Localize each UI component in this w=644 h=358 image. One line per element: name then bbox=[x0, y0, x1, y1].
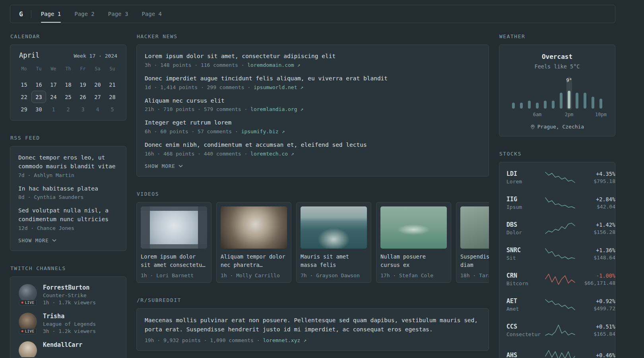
stock-value-block: +0.46% bbox=[579, 352, 615, 358]
video-card[interactable]: Suspendisse porta diam18h · Tara bbox=[456, 202, 489, 283]
video-title: Aliquam tempor dolor nec pharetra… bbox=[221, 253, 287, 269]
calendar-day: 1 bbox=[46, 103, 61, 115]
stock-price: $42.04 bbox=[579, 204, 615, 210]
stock-sparkline-wrap bbox=[545, 197, 576, 209]
tab-page-4[interactable]: Page 4 bbox=[142, 5, 162, 23]
tab-page-1[interactable]: Page 1 bbox=[41, 5, 61, 23]
rss-widget: RSS FEED Donec tempor eros leo, ut commo… bbox=[10, 135, 126, 251]
hackernews-item-title[interactable]: Integer eget rutrum lorem bbox=[145, 119, 481, 127]
hackernews-card: Lorem ipsum dolor sit amet, consectetur … bbox=[136, 45, 489, 177]
stock-value-block: -1.00%$66,171.48 bbox=[579, 272, 615, 286]
rss-item-title[interactable]: Donec tempor eros leo, ut commodo mauris… bbox=[18, 154, 118, 171]
calendar-day: 25 bbox=[61, 91, 76, 103]
hackernews-item-title[interactable]: Lorem ipsum dolor sit amet, consectetur … bbox=[145, 52, 481, 61]
hackernews-item-domain-link[interactable]: loremlandia.org ↗ bbox=[250, 106, 303, 112]
twitch-channel-item[interactable]: LIVEKendallCarr bbox=[18, 341, 118, 358]
stock-sparkline-wrap bbox=[545, 248, 576, 260]
stock-sparkline bbox=[545, 248, 576, 260]
live-badge: LIVE bbox=[19, 329, 37, 334]
videos-scroll-row[interactable]: Lorem ipsum dolor sit amet consectetu…1h… bbox=[136, 202, 489, 283]
calendar-day-header: Th bbox=[61, 63, 76, 74]
hackernews-item-title[interactable]: Donec enim nibh, condimentum et accumsan… bbox=[145, 141, 481, 150]
twitch-channel-meta: 3h · 1.2k viewers bbox=[43, 328, 96, 334]
hackernews-item-domain-link[interactable]: ipsumworld.net ↗ bbox=[254, 84, 303, 90]
twitch-widget: TWITCH CHANNELS LIVEForrestBurtonCounter… bbox=[10, 265, 126, 358]
calendar-month: April bbox=[19, 51, 39, 59]
calendar-day: 29 bbox=[17, 103, 31, 115]
twitch-channel-game: League of Legends bbox=[43, 321, 96, 327]
subreddit-post-title[interactable]: Maecenas mollis pulvinar erat non posuer… bbox=[145, 316, 481, 334]
hackernews-widget: HACKER NEWS Lorem ipsum dolor sit amet, … bbox=[136, 33, 489, 177]
stock-symbol: CCS bbox=[506, 323, 541, 330]
calendar-card: April Week 17 · 2024 MoTuWeThFrSaSu 1516… bbox=[10, 45, 126, 121]
hackernews-item-domain-link[interactable]: loremtech.co ↗ bbox=[250, 151, 294, 157]
stock-row: DBSDolor+1.42%$156.28 bbox=[506, 216, 608, 241]
rss-item-meta: 8d · Cynthia Saunders bbox=[18, 194, 118, 200]
calendar-day-header: Fr bbox=[76, 63, 90, 74]
video-card[interactable]: Nullam posuere cursus ex17h · Stefan Col… bbox=[376, 202, 451, 283]
stock-sparkline-wrap bbox=[545, 324, 576, 336]
hackernews-show-more-button[interactable]: SHOW MORE bbox=[145, 163, 481, 169]
weather-bar bbox=[592, 97, 594, 109]
calendar-header: April Week 17 · 2024 bbox=[17, 51, 120, 59]
calendar-day: 20 bbox=[90, 78, 105, 91]
twitch-card: LIVEForrestBurtonCounter-Strike1h · 1.7k… bbox=[10, 276, 126, 358]
stock-symbol: CRN bbox=[506, 272, 541, 279]
hackernews-item-domain-link[interactable]: ipsumify.biz ↗ bbox=[241, 128, 285, 134]
stock-sparkline-wrap bbox=[545, 273, 576, 285]
twitch-avatar-wrap: LIVE bbox=[18, 313, 37, 334]
twitch-channel-item[interactable]: LIVETrishaLeague of Legends3h · 1.2k vie… bbox=[18, 313, 118, 334]
calendar-day: 16 bbox=[31, 78, 46, 91]
hackernews-item: Aliquam nec cursus elit21h · 710 points … bbox=[145, 97, 481, 113]
twitch-channel-name: KendallCarr bbox=[43, 341, 82, 348]
hackernews-item-title[interactable]: Aliquam nec cursus elit bbox=[145, 97, 481, 105]
video-title: Lorem ipsum dolor sit amet consectetu… bbox=[141, 253, 207, 269]
video-meta: 18h · Tara bbox=[460, 272, 489, 278]
weather-bar-column bbox=[598, 77, 604, 110]
tab-page-2[interactable]: Page 2 bbox=[74, 5, 95, 23]
weather-time-label: 2pm bbox=[565, 112, 574, 117]
app-logo[interactable]: G bbox=[19, 10, 23, 18]
video-card[interactable]: Aliquam tempor dolor nec pharetra…1h · M… bbox=[216, 202, 291, 283]
rss-item-title[interactable]: Sed volutpat nulla nisl, a condimentum n… bbox=[18, 206, 118, 224]
hackernews-item: Lorem ipsum dolor sit amet, consectetur … bbox=[145, 52, 481, 68]
video-meta: 1h · Molly Carrillo bbox=[221, 272, 287, 278]
tab-page-3[interactable]: Page 3 bbox=[108, 5, 128, 23]
weather-time-cell bbox=[574, 112, 580, 118]
weather-location: Prague, Czechia bbox=[537, 124, 584, 130]
nav-divider bbox=[31, 10, 31, 18]
chevron-down-icon bbox=[178, 165, 183, 167]
stock-change: +0.51% bbox=[579, 323, 615, 330]
video-card[interactable]: Mauris sit amet massa felis7h · Grayson … bbox=[296, 202, 371, 283]
stocks-card: LDILorem+4.35%$795.18IIGIpsum+2.84%$42.0… bbox=[499, 162, 615, 358]
calendar-day: 19 bbox=[76, 78, 90, 91]
stock-value-block: +1.36%$148.64 bbox=[579, 247, 615, 261]
calendar-day: 30 bbox=[31, 103, 46, 115]
weather-time-cell bbox=[511, 112, 516, 118]
stock-sparkline bbox=[545, 197, 576, 209]
weather-condition: Overcast bbox=[506, 53, 608, 60]
twitch-channel-item[interactable]: LIVEForrestBurtonCounter-Strike1h · 1.7k… bbox=[18, 284, 118, 305]
stock-symbol: LDI bbox=[506, 170, 541, 177]
calendar-day-headers: MoTuWeThFrSaSu bbox=[17, 63, 120, 74]
stocks-widget-title: STOCKS bbox=[499, 151, 615, 157]
video-card[interactable]: Lorem ipsum dolor sit amet consectetu…1h… bbox=[136, 202, 211, 283]
weather-bar bbox=[568, 91, 570, 109]
subreddit-post-domain-link[interactable]: loremnet.xyz ↗ bbox=[263, 337, 306, 343]
hackernews-item-domain-link[interactable]: loremdomain.com ↗ bbox=[247, 62, 300, 68]
twitch-channel-info: KendallCarr bbox=[43, 341, 82, 348]
weather-time-cell bbox=[582, 112, 588, 118]
weather-bar-column bbox=[543, 77, 548, 110]
subreddit-card: Maecenas mollis pulvinar erat non posuer… bbox=[136, 308, 489, 351]
rss-widget-title: RSS FEED bbox=[10, 135, 126, 141]
twitch-list: LIVEForrestBurtonCounter-Strike1h · 1.7k… bbox=[18, 284, 118, 358]
hackernews-item-title[interactable]: Donec imperdiet augue tincidunt felis al… bbox=[145, 74, 481, 83]
weather-bar-chart: 9° bbox=[506, 77, 608, 110]
rss-item-title[interactable]: In hac habitasse platea bbox=[18, 185, 118, 193]
stock-symbol-block: CCSConsectetur bbox=[506, 323, 541, 337]
hackernews-item-meta: 6h · 60 points · 57 comments · ipsumify.… bbox=[145, 128, 481, 134]
rss-show-more-button[interactable]: SHOW MORE bbox=[18, 237, 118, 243]
stock-symbol: IIG bbox=[506, 196, 541, 203]
twitch-widget-title: TWITCH CHANNELS bbox=[10, 265, 126, 271]
video-title: Suspendisse porta diam bbox=[460, 253, 489, 269]
